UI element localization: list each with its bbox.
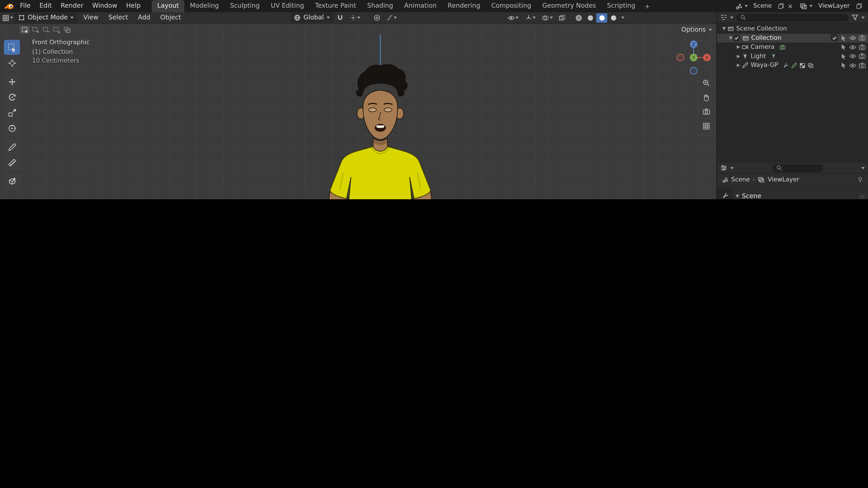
toggle-xray-button[interactable] [556,13,567,23]
menu-render[interactable]: Render [56,2,88,10]
select-mode-subtract-icon[interactable] [41,26,51,34]
pin-icon[interactable] [857,176,864,183]
shading-solid-button[interactable] [585,13,596,23]
collection-checkbox[interactable] [734,35,740,41]
hide-viewport-eye-icon[interactable] [849,34,857,41]
editor-type-button[interactable] [2,13,13,23]
tool-move[interactable] [4,74,20,89]
snap-toggle-button[interactable] [335,13,346,23]
tool-transform[interactable] [4,121,20,135]
new-viewlayer-icon[interactable] [855,2,863,10]
disclosure-icon[interactable]: ▼ [728,35,733,40]
hide-viewport-eye-icon[interactable] [849,62,857,69]
add-workspace-button[interactable]: + [641,0,654,12]
unlink-scene-icon[interactable] [787,3,794,9]
tab-tool[interactable] [718,189,733,199]
workspace-tab-compositing[interactable]: Compositing [486,0,537,12]
options-button[interactable]: Options [681,26,712,34]
workspace-tab-scripting[interactable]: Scripting [601,0,641,12]
mode-dropdown[interactable]: Object Mode [14,13,78,23]
show-overlays-dropdown[interactable] [539,13,556,23]
workspace-tab-uv-editing[interactable]: UV Editing [265,0,309,12]
outliner-search-input[interactable] [736,13,848,21]
menu-window[interactable]: Window [88,2,122,10]
hide-viewport-eye-icon[interactable] [849,53,857,60]
breadcrumb-scene[interactable]: Scene [731,176,750,183]
chevron-down-icon[interactable] [862,167,865,169]
menu-edit[interactable]: Edit [35,2,56,10]
hide-viewport-eye-icon[interactable] [849,43,857,51]
workspace-tab-animation[interactable]: Animation [399,0,442,12]
outliner-row-collection[interactable]: ▼ Collection [717,33,868,42]
transform-orientation-dropdown[interactable]: Global [290,13,334,23]
pan-hand-icon[interactable] [702,93,710,101]
outliner-editor-icon[interactable] [720,14,727,21]
tool-scale[interactable] [4,105,20,120]
select-mode-extend-icon[interactable] [31,26,40,34]
chevron-down-icon[interactable] [730,167,734,169]
select-mode-intersect-icon[interactable] [62,26,72,34]
workspace-tab-shading[interactable]: Shading [362,0,399,12]
panel-grip[interactable] [859,195,865,198]
blender-logo-icon[interactable] [3,2,14,10]
render-visibility-icon[interactable] [859,34,866,41]
zoom-icon[interactable] [702,78,710,87]
proportional-falloff-dropdown[interactable] [383,13,400,23]
chevron-down-icon[interactable] [730,16,734,19]
disclosure-icon[interactable]: ▶ [736,54,741,59]
disclosure-icon[interactable]: ▼ [736,194,739,199]
workspace-tab-geometry-nodes[interactable]: Geometry Nodes [537,0,601,12]
viewport-3d[interactable]: Options Front Orthographic (1) Collectio… [0,24,716,199]
menu-object[interactable]: Object [156,14,185,22]
selectable-icon[interactable] [840,43,847,51]
tool-measure[interactable] [4,155,20,170]
object-type-visibility-dropdown[interactable] [505,13,521,23]
exclude-checkbox[interactable] [831,34,837,41]
snap-settings-dropdown[interactable] [347,13,364,23]
render-visibility-icon[interactable] [859,62,866,69]
show-gizmo-dropdown[interactable] [522,13,538,23]
shading-rendered-button[interactable] [608,13,619,23]
shading-settings-dropdown[interactable] [619,13,626,23]
tool-annotate[interactable] [4,139,20,154]
scene-panel-header[interactable]: ▼ Scene [736,191,865,199]
selectable-icon[interactable] [840,53,847,60]
workspace-tab-sculpting[interactable]: Sculpting [224,0,265,12]
tool-rotate[interactable] [4,90,20,105]
tool-cursor[interactable] [4,55,20,70]
disclosure-icon[interactable]: ▶ [736,44,741,50]
viewlayer-selector[interactable]: ViewLayer [798,2,865,10]
outliner-row-light[interactable]: ▶ Light [717,52,868,61]
shading-material-button[interactable] [596,13,608,23]
selectable-icon[interactable] [840,62,847,69]
menu-add[interactable]: Add [133,14,155,22]
outliner-row-scene-collection[interactable]: ▼ Scene Collection [717,24,868,33]
menu-view[interactable]: View [79,14,103,22]
workspace-tab-layout[interactable]: Layout [152,0,184,12]
toggle-ortho-icon[interactable] [702,122,710,130]
outliner-row-camera[interactable]: ▶ Camera [717,43,868,52]
workspace-tab-texture-paint[interactable]: Texture Paint [309,0,362,12]
tool-select-box[interactable] [4,40,20,55]
menu-file[interactable]: File [16,2,35,10]
camera-view-icon[interactable] [702,107,710,116]
workspace-tab-rendering[interactable]: Rendering [442,0,486,12]
disclosure-icon[interactable]: ▶ [736,63,741,68]
render-visibility-icon[interactable] [859,53,866,60]
select-mode-set-icon[interactable] [20,26,30,34]
properties-search-input[interactable] [772,164,823,172]
selectable-icon[interactable] [840,34,847,41]
shading-wireframe-button[interactable] [573,13,584,23]
proportional-editing-button[interactable] [371,13,382,23]
navigation-gizmo[interactable]: Z X Y [677,40,711,75]
render-visibility-icon[interactable] [859,43,866,51]
grease-pencil-character[interactable] [290,62,467,199]
filter-icon[interactable] [851,14,859,21]
outliner-row-waya-gp[interactable]: ▶ Waya-GP [717,61,868,70]
new-scene-icon[interactable] [777,2,784,10]
workspace-tab-modeling[interactable]: Modeling [184,0,224,12]
breadcrumb-viewlayer[interactable]: ViewLayer [768,176,799,183]
chevron-down-icon[interactable] [862,16,865,19]
scene-selector[interactable]: Scene [733,2,796,10]
disclosure-icon[interactable]: ▼ [721,26,727,31]
